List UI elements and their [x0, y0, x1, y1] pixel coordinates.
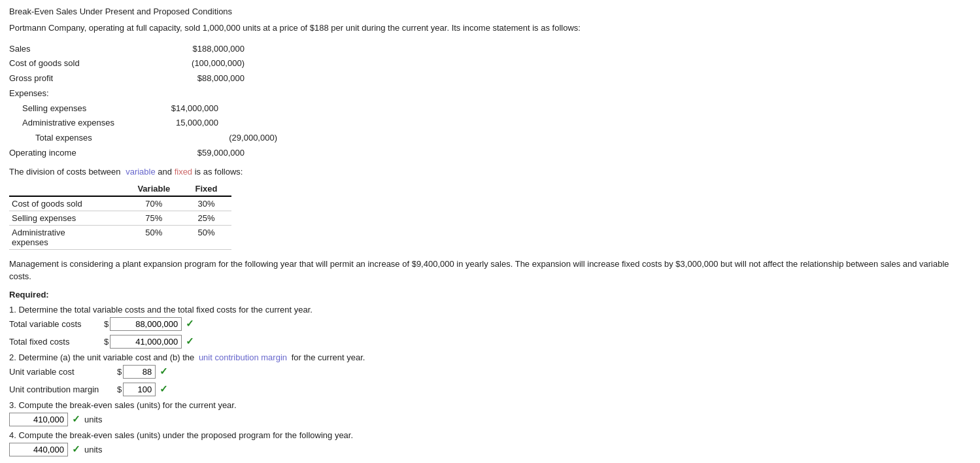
sales-label: Sales: [9, 43, 140, 56]
and-text: and: [158, 167, 174, 177]
q3-unit: units: [84, 415, 102, 424]
gross-profit-label: Gross profit: [9, 72, 140, 86]
selling-row: Selling expenses $14,000,000: [9, 102, 971, 116]
cost-table: Variable Fixed Cost of goods sold70%30%S…: [9, 182, 231, 250]
q2-input[interactable]: [123, 365, 156, 379]
q1-row-label: Total fixed costs: [9, 337, 104, 347]
income-statement: Sales $188,000,000 Cost of goods sold (1…: [9, 43, 971, 160]
q1-input[interactable]: [110, 335, 182, 349]
cost-row-fixed: 25%: [186, 211, 231, 225]
division-text-post: is as follows:: [195, 167, 243, 177]
ucm-link[interactable]: unit contribution margin: [199, 352, 287, 362]
q1-text: 1. Determine the total variable costs an…: [9, 305, 971, 315]
operating-income-row: Operating income $59,000,000: [9, 146, 971, 160]
q2-row-label: Unit contribution margin: [9, 385, 117, 394]
q2-row-label: Unit variable cost: [9, 367, 117, 377]
q2-input[interactable]: [123, 383, 156, 396]
q3-text: 3. Compute the break-even sales (units) …: [9, 400, 971, 410]
cogs-amount: (100,000,000): [140, 57, 245, 71]
q1-answer-row: Total fixed costs $ ✓: [9, 335, 971, 349]
expenses-label: Expenses:: [9, 87, 140, 101]
expenses-row: Expenses:: [9, 87, 971, 101]
q1-checkmark: ✓: [186, 318, 194, 330]
management-text: Management is considering a plant expans…: [9, 258, 971, 283]
division-text: The division of costs between variable a…: [9, 167, 971, 177]
q3-answer-row: ✓ units: [9, 413, 971, 426]
cogs-label: Cost of goods sold: [9, 57, 140, 71]
cost-row-fixed: 30%: [186, 196, 231, 211]
dollar-sign: $: [117, 367, 122, 377]
cost-row-variable: 70%: [127, 196, 186, 211]
cost-row-label: Selling expenses: [9, 211, 127, 225]
fixed-link[interactable]: fixed: [175, 167, 192, 177]
variable-link[interactable]: variable: [126, 167, 156, 177]
total-expenses-label: Total expenses: [9, 131, 140, 145]
q4-answer-row: ✓ units: [9, 443, 971, 456]
cost-row-label: Cost of goods sold: [9, 196, 127, 211]
q1-input[interactable]: [110, 317, 182, 331]
total-expenses-amount: (29,000,000): [173, 131, 277, 145]
dollar-sign: $: [104, 337, 109, 347]
selling-sub: $14,000,000: [140, 102, 218, 116]
q2-answer-row: Unit variable cost $ ✓: [9, 365, 971, 379]
cost-row-fixed: 50%: [186, 225, 231, 249]
q2-checkmark: ✓: [160, 366, 168, 377]
cost-row-label: Administrative expenses: [9, 225, 127, 249]
gross-profit-row: Gross profit $88,000,000: [9, 72, 971, 86]
q3-checkmark: ✓: [72, 413, 80, 425]
total-expenses-row: Total expenses (29,000,000): [9, 131, 971, 145]
q2-text: 2. Determine (a) the unit variable cost …: [9, 352, 971, 362]
cost-table-col1: [9, 182, 127, 196]
cost-row-variable: 75%: [127, 211, 186, 225]
q2-checkmark: ✓: [160, 383, 168, 395]
description: Portmann Company, operating at full capa…: [9, 22, 971, 35]
gross-profit-amount: $88,000,000: [140, 72, 245, 86]
cost-row-variable: 50%: [127, 225, 186, 249]
q1-row-label: Total variable costs: [9, 319, 104, 329]
admin-label: Administrative expenses: [9, 116, 140, 130]
q2-text-pre: 2. Determine (a) the unit variable cost …: [9, 352, 194, 362]
q3-input[interactable]: [9, 413, 68, 426]
page-title: Break-Even Sales Under Present and Propo…: [9, 7, 971, 16]
division-text-pre: The division of costs between: [9, 167, 121, 177]
q4-checkmark: ✓: [72, 443, 80, 455]
cogs-row: Cost of goods sold (100,000,000): [9, 57, 971, 71]
dollar-sign: $: [104, 319, 109, 329]
admin-row: Administrative expenses 15,000,000: [9, 116, 971, 130]
q4-text: 4. Compute the break-even sales (units) …: [9, 430, 971, 440]
q4-input[interactable]: [9, 443, 68, 456]
cost-table-col3: Fixed: [186, 182, 231, 196]
required-label: Required:: [9, 290, 971, 300]
sales-row: Sales $188,000,000: [9, 43, 971, 56]
q4-unit: units: [84, 445, 102, 454]
q2-text-post: for the current year.: [292, 352, 365, 362]
q1-checkmark: ✓: [186, 335, 194, 347]
cost-table-col2: Variable: [127, 182, 186, 196]
operating-income-amount: $59,000,000: [140, 146, 245, 160]
admin-sub: 15,000,000: [140, 116, 218, 130]
dollar-sign: $: [117, 385, 122, 394]
q2-answer-row: Unit contribution margin $ ✓: [9, 383, 971, 396]
q1-answer-row: Total variable costs $ ✓: [9, 317, 971, 331]
selling-label: Selling expenses: [9, 102, 140, 116]
operating-income-label: Operating income: [9, 146, 140, 160]
sales-amount: $188,000,000: [140, 43, 245, 56]
